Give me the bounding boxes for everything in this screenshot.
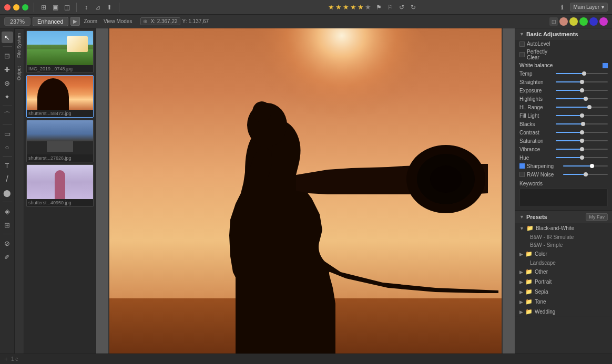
zoom-label[interactable]: Zoom bbox=[84, 18, 98, 24]
shapes-tool[interactable]: ◈ bbox=[2, 205, 13, 217]
maximize-window-button[interactable] bbox=[22, 4, 28, 11]
thumbnail-2[interactable]: shutterst...58472.jpg bbox=[26, 75, 94, 118]
grid-tool[interactable]: ⊞ bbox=[2, 219, 13, 231]
filter-icon[interactable]: ⊿ bbox=[94, 3, 102, 12]
white-balance-row: White balance bbox=[515, 61, 612, 69]
layer-selector[interactable]: Main Layer ▾ bbox=[570, 3, 608, 12]
line-tool[interactable]: / bbox=[2, 173, 13, 185]
pen-tool[interactable]: ✐ bbox=[2, 251, 13, 263]
saturation-slider[interactable] bbox=[556, 138, 608, 144]
contrast-slider[interactable] bbox=[556, 129, 608, 136]
file-name-input[interactable]: Name bbox=[262, 4, 325, 11]
color-swatch-blue[interactable] bbox=[589, 17, 598, 26]
raw-noise-checkbox[interactable] bbox=[519, 172, 525, 177]
fill-light-slider[interactable] bbox=[556, 112, 608, 119]
grid-icon[interactable]: ⊞ bbox=[39, 3, 48, 12]
layout2-icon[interactable]: ◫ bbox=[63, 3, 71, 12]
sharpening-slider[interactable] bbox=[563, 163, 608, 169]
star-5[interactable]: ★ bbox=[358, 3, 364, 11]
folder-portrait-arrow: ▶ bbox=[519, 279, 523, 285]
star-1[interactable]: ★ bbox=[328, 3, 334, 11]
folder-wedding[interactable]: ▶ 📁 Wedding bbox=[515, 307, 612, 317]
folder-color[interactable]: ▶ 📁 Color bbox=[515, 249, 612, 259]
tab-output[interactable]: Output bbox=[15, 62, 24, 85]
basic-adjustments-header[interactable]: ▼ Basic Adjustments bbox=[515, 28, 612, 40]
exposure-slider[interactable] bbox=[556, 87, 608, 93]
star-3[interactable]: ★ bbox=[343, 3, 349, 11]
preset-bw-simple[interactable]: B&W - Simple bbox=[515, 241, 612, 249]
info-icon[interactable]: ℹ bbox=[558, 3, 567, 12]
keywords-input[interactable] bbox=[519, 189, 608, 207]
flag-icon[interactable]: ⚑ bbox=[374, 3, 383, 12]
main-content: ↖ ⊡ ✚ ⊕ ✦ ⌒ ▭ ○ T / ⬤ ◈ ⊞ ⊘ ✐ File Syste… bbox=[0, 28, 612, 353]
filename-2: shutterst...58472.jpg bbox=[27, 110, 93, 117]
folder-wedding-arrow: ▶ bbox=[519, 309, 523, 315]
star-rating[interactable]: ★ ★ ★ ★ ★ ★ bbox=[328, 3, 371, 11]
rotate-left-icon[interactable]: ↺ bbox=[397, 3, 406, 12]
arrow-button[interactable]: ▶ bbox=[70, 17, 80, 26]
star-2[interactable]: ★ bbox=[335, 3, 342, 11]
upload-icon[interactable]: ⬆ bbox=[105, 3, 114, 12]
canvas-area[interactable] bbox=[96, 28, 515, 353]
thumbnail-3[interactable]: shutterst...27626.jpg bbox=[26, 120, 94, 162]
coords-display: ⊕ X: 2.367,22 bbox=[140, 17, 180, 25]
folder-sepia[interactable]: ▶ 📁 Sepia bbox=[515, 287, 612, 297]
color-swatch-purple[interactable] bbox=[599, 17, 608, 26]
folder-portrait[interactable]: ▶ 📁 Portrait bbox=[515, 277, 612, 287]
sample-tool[interactable]: ⊘ bbox=[2, 237, 13, 249]
crop-tool[interactable]: ⊡ bbox=[2, 50, 13, 61]
coord-section: ⊕ X: 2.367,22 Y: 1.137,67 bbox=[140, 17, 209, 25]
heal-tool[interactable]: ✚ bbox=[2, 64, 13, 75]
zoom-display[interactable]: 237% bbox=[4, 17, 30, 26]
folder-tone[interactable]: ▶ 📁 Tone bbox=[515, 297, 612, 307]
color-swatch-green[interactable] bbox=[579, 17, 588, 26]
perfectly-clear-checkbox[interactable] bbox=[519, 52, 525, 57]
pointer-tool[interactable]: ↖ bbox=[2, 32, 13, 43]
perfectly-clear-label: Perfectly Clear bbox=[527, 49, 561, 60]
autolevel-label: AutoLevel bbox=[527, 41, 561, 47]
folder-bw[interactable]: ▼ 📁 Black-and-White bbox=[515, 223, 612, 233]
add-button[interactable]: + bbox=[4, 356, 8, 363]
temp-slider[interactable] bbox=[556, 70, 608, 77]
flag2-icon[interactable]: ⚐ bbox=[386, 3, 394, 12]
rect-tool[interactable]: ▭ bbox=[2, 128, 13, 139]
thumbnail-4[interactable]: shutterst...40950.jpg bbox=[26, 164, 94, 207]
close-window-button[interactable] bbox=[4, 4, 11, 11]
hue-slider[interactable] bbox=[556, 154, 608, 161]
preset-bw-ir[interactable]: B&W - IR Simulate bbox=[515, 233, 612, 241]
thumbnail-1[interactable]: IMG_2019...0748.jpg bbox=[26, 30, 94, 73]
vibrance-slider[interactable] bbox=[556, 146, 608, 152]
hl-range-slider[interactable] bbox=[556, 104, 608, 110]
ellipse-tool[interactable]: ○ bbox=[2, 141, 13, 153]
sort-icon[interactable]: ↕ bbox=[82, 3, 90, 12]
tab-file-system[interactable]: File System bbox=[15, 28, 24, 62]
rotate-right-icon[interactable]: ↻ bbox=[409, 3, 417, 12]
presets-header[interactable]: ▼ Presets My Fav bbox=[515, 211, 612, 223]
minimize-window-button[interactable] bbox=[13, 4, 19, 11]
wand-tool[interactable]: ✦ bbox=[2, 91, 13, 102]
text-tool[interactable]: T bbox=[2, 160, 13, 171]
my-fav-tab[interactable]: My Fav bbox=[586, 213, 608, 221]
layers-icon[interactable]: ◫ bbox=[549, 17, 558, 26]
star-6[interactable]: ★ bbox=[365, 3, 371, 11]
white-balance-checkbox[interactable] bbox=[603, 63, 608, 68]
paint-tool[interactable]: ⬤ bbox=[2, 187, 13, 199]
highlights-slider[interactable] bbox=[556, 96, 608, 102]
color-swatch-yellow[interactable] bbox=[569, 17, 578, 26]
sharpening-checkbox[interactable] bbox=[519, 163, 525, 169]
preset-landscape[interactable]: Landscape bbox=[515, 259, 612, 267]
zoom-tool[interactable]: ⊕ bbox=[2, 77, 13, 89]
filename-3: shutterst...27626.jpg bbox=[27, 154, 93, 162]
lasso-tool[interactable]: ⌒ bbox=[2, 109, 13, 121]
star-4[interactable]: ★ bbox=[350, 3, 356, 11]
enhanced-button[interactable]: Enhanced bbox=[33, 17, 68, 26]
layout-icon[interactable]: ▣ bbox=[51, 3, 59, 12]
color-swatch-red[interactable] bbox=[559, 17, 568, 26]
autolevel-checkbox[interactable] bbox=[519, 41, 525, 47]
folder-other[interactable]: ▶ 📁 Other bbox=[515, 267, 612, 277]
view-modes-label[interactable]: View Modes bbox=[104, 18, 132, 24]
exposure-label: Exposure bbox=[519, 88, 554, 93]
raw-noise-slider[interactable] bbox=[563, 171, 608, 178]
blacks-slider[interactable] bbox=[556, 121, 608, 127]
straighten-slider[interactable] bbox=[556, 79, 608, 85]
